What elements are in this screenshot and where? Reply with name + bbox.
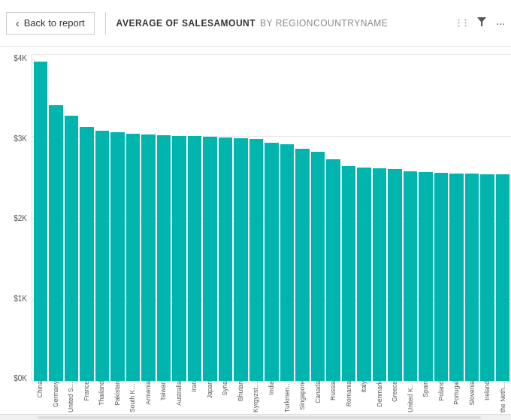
bar[interactable] bbox=[49, 105, 62, 381]
bar[interactable] bbox=[326, 159, 340, 381]
bar-col[interactable] bbox=[465, 54, 479, 381]
x-label-col: China bbox=[33, 381, 47, 397]
bar-col[interactable] bbox=[342, 54, 355, 381]
x-axis-label: Ireland bbox=[483, 381, 491, 400]
bar[interactable] bbox=[357, 168, 370, 381]
x-label-col: Syria bbox=[218, 381, 232, 395]
x-axis-label: United Kingdom bbox=[407, 381, 414, 412]
x-label-col: Kyrgyzstan bbox=[249, 381, 263, 412]
x-label-col: Portugal bbox=[449, 381, 464, 405]
more-options-icon[interactable]: ··· bbox=[496, 17, 505, 29]
back-to-report-button[interactable]: ‹ Back to report bbox=[6, 12, 95, 35]
bar-col[interactable] bbox=[480, 54, 494, 381]
x-label-col: Iran bbox=[187, 381, 201, 392]
x-axis-label: Armenia bbox=[144, 381, 152, 405]
bar[interactable] bbox=[234, 138, 247, 381]
bar[interactable] bbox=[110, 132, 124, 381]
x-axis-label: Romania bbox=[345, 381, 352, 406]
bar-col[interactable] bbox=[404, 54, 417, 381]
bar-col[interactable] bbox=[496, 54, 509, 381]
bar-col[interactable] bbox=[49, 54, 62, 381]
bar[interactable] bbox=[219, 137, 232, 381]
bar[interactable] bbox=[141, 134, 155, 381]
x-axis-label: Taiwan bbox=[159, 381, 167, 400]
chart-title: AVERAGE OF SALESAMOUNT BY REGIONCOUNTRYN… bbox=[116, 18, 389, 29]
bar-col[interactable] bbox=[157, 54, 171, 381]
bar[interactable] bbox=[188, 136, 201, 381]
bar[interactable] bbox=[311, 152, 325, 381]
bar-col[interactable] bbox=[326, 54, 340, 381]
y-axis: $4K$3K$2K$1K$0K bbox=[0, 54, 32, 414]
x-label-col: India bbox=[265, 381, 279, 394]
bar-col[interactable] bbox=[95, 54, 109, 381]
bar-col[interactable] bbox=[419, 54, 432, 381]
x-label-col: Singapore bbox=[295, 381, 310, 410]
bar[interactable] bbox=[373, 168, 386, 381]
x-axis-label: Australia bbox=[175, 381, 183, 406]
bar[interactable] bbox=[496, 174, 509, 381]
bar-col[interactable] bbox=[80, 54, 93, 381]
scrollbar-area[interactable] bbox=[0, 414, 511, 420]
bar[interactable] bbox=[203, 137, 216, 381]
x-label-col: Canada bbox=[310, 381, 325, 403]
bar[interactable] bbox=[249, 139, 263, 381]
bar-col[interactable] bbox=[141, 54, 155, 381]
bar-col[interactable] bbox=[234, 54, 247, 381]
bar-col[interactable] bbox=[188, 54, 201, 381]
bar[interactable] bbox=[404, 171, 417, 381]
bar-col[interactable] bbox=[388, 54, 401, 381]
bar[interactable] bbox=[280, 144, 294, 381]
x-axis-label: China bbox=[36, 381, 44, 397]
bar[interactable] bbox=[388, 169, 401, 381]
bar-col[interactable] bbox=[65, 54, 78, 381]
x-label-col: United Kingdom bbox=[403, 381, 417, 412]
bars-container: ChinaGermanyUnited StatesFranceThailandP… bbox=[32, 54, 511, 414]
bar-col[interactable] bbox=[357, 54, 370, 381]
x-axis-label: Canada bbox=[314, 381, 322, 403]
svg-marker-0 bbox=[477, 17, 486, 26]
x-label-col: Romania bbox=[341, 381, 355, 406]
bar-col[interactable] bbox=[311, 54, 325, 381]
toolbar: ‹ Back to report AVERAGE OF SALESAMOUNT … bbox=[0, 0, 511, 47]
x-label-col: Spain bbox=[419, 381, 433, 397]
bar[interactable] bbox=[95, 131, 109, 382]
bar-col[interactable] bbox=[110, 54, 124, 381]
bar-col[interactable] bbox=[249, 54, 263, 381]
drag-handle-icon[interactable]: ⁝ ⁝ bbox=[457, 16, 467, 30]
filter-icon[interactable] bbox=[476, 17, 487, 29]
bar[interactable] bbox=[295, 149, 309, 381]
bar[interactable] bbox=[65, 116, 78, 381]
bar-col[interactable] bbox=[126, 54, 140, 381]
bar-col[interactable] bbox=[449, 54, 463, 381]
scrollbar-track[interactable] bbox=[38, 416, 481, 419]
bar[interactable] bbox=[434, 173, 448, 381]
y-axis-label: $1K bbox=[14, 295, 27, 303]
bar[interactable] bbox=[172, 136, 186, 381]
bar[interactable] bbox=[157, 135, 171, 381]
bar-col[interactable] bbox=[172, 54, 186, 381]
bar[interactable] bbox=[34, 62, 47, 381]
bar[interactable] bbox=[265, 143, 278, 381]
bar[interactable] bbox=[480, 174, 494, 382]
bar[interactable] bbox=[342, 166, 355, 381]
bar-col[interactable] bbox=[280, 54, 294, 381]
bar[interactable] bbox=[126, 134, 140, 381]
bar[interactable] bbox=[80, 127, 93, 381]
chart-title-main: AVERAGE OF SALESAMOUNT bbox=[116, 18, 256, 29]
bar-col[interactable] bbox=[34, 54, 47, 381]
bar-col[interactable] bbox=[295, 54, 309, 381]
bar-col[interactable] bbox=[203, 54, 216, 381]
x-label-col: Italy bbox=[357, 381, 371, 393]
x-label-col: Ireland bbox=[480, 381, 494, 400]
bar-col[interactable] bbox=[373, 54, 386, 381]
x-axis-label: Poland bbox=[437, 381, 445, 400]
bar[interactable] bbox=[465, 174, 479, 381]
bar-col[interactable] bbox=[434, 54, 448, 381]
bar[interactable] bbox=[419, 172, 432, 381]
bar[interactable] bbox=[449, 174, 463, 381]
x-axis-label: Denmark bbox=[376, 381, 383, 406]
bar-col[interactable] bbox=[219, 54, 232, 381]
y-axis-label: $0K bbox=[14, 374, 27, 382]
bar-col[interactable] bbox=[265, 54, 278, 381]
x-label-col: South Korea bbox=[125, 381, 140, 412]
